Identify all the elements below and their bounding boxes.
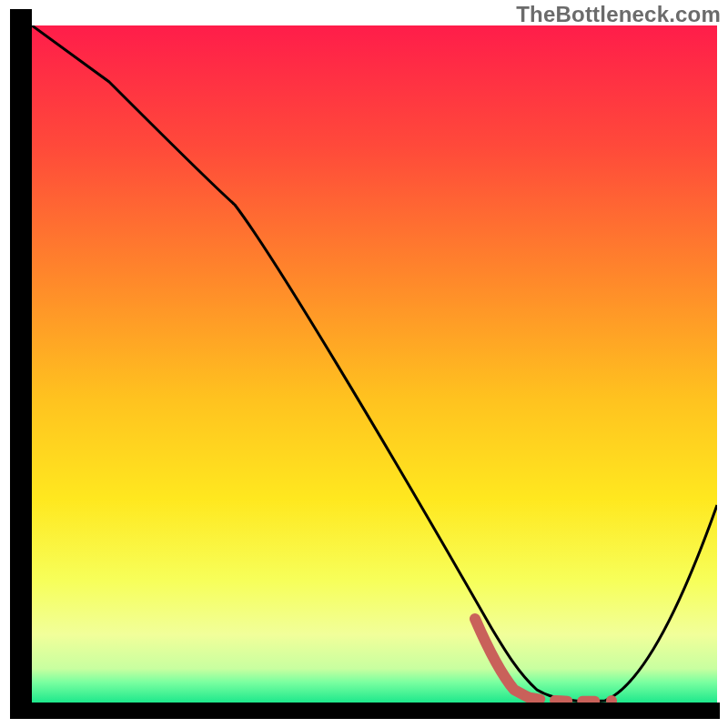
svg-rect-1 bbox=[10, 9, 32, 719]
svg-rect-2 bbox=[10, 703, 720, 719]
plot-background-gradient bbox=[32, 25, 717, 703]
chart-svg bbox=[0, 0, 728, 728]
watermark-text: TheBottleneck.com bbox=[516, 2, 721, 27]
highlighted-minimum-dashed bbox=[528, 697, 601, 701]
bottleneck-chart: TheBottleneck.com bbox=[0, 0, 728, 728]
